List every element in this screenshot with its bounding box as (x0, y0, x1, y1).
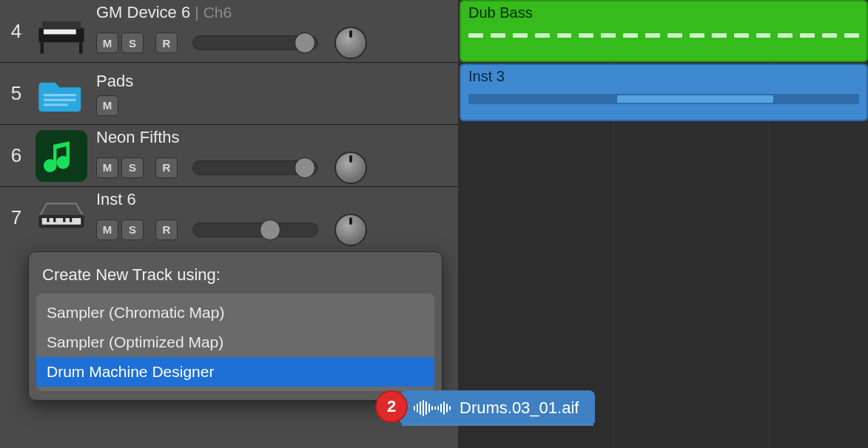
track-info: Inst 6MSR (90, 190, 458, 246)
volume-slider[interactable] (192, 160, 318, 175)
msr-group: MSR (96, 220, 178, 240)
solo-button[interactable]: S (121, 220, 144, 240)
svg-rect-2 (41, 42, 44, 53)
svg-rect-5 (44, 94, 76, 96)
track-name[interactable]: Inst 6 (96, 190, 458, 209)
keys-icon[interactable] (36, 192, 87, 244)
track-number: 5 (0, 82, 33, 105)
mute-button[interactable]: M (96, 95, 118, 116)
record-button[interactable]: R (155, 157, 178, 178)
drag-count-badge: 2 (375, 390, 408, 423)
track-name[interactable]: Pads (96, 72, 458, 91)
popup-options-list: Sampler (Chromatic Map)Sampler (Optimize… (36, 293, 434, 391)
svg-rect-12 (53, 218, 55, 222)
record-button[interactable]: R (155, 220, 178, 240)
drag-file-label: Drums.03_01.aif (400, 390, 595, 423)
timeline-area[interactable]: Dub BassInst 3 (458, 0, 868, 448)
separator: | (195, 4, 198, 21)
drag-file-chip[interactable]: 2 Drums.03_01.aif (375, 390, 595, 423)
svg-rect-3 (79, 42, 82, 53)
svg-rect-14 (70, 218, 72, 222)
region[interactable]: Inst 3 (460, 64, 868, 121)
waveform-icon (414, 400, 451, 416)
midi-notes (468, 94, 859, 104)
folder-icon[interactable] (36, 68, 87, 120)
msr-group: MSR (96, 33, 178, 53)
svg-rect-8 (36, 130, 87, 182)
region-label: Inst 3 (468, 68, 859, 85)
svg-rect-7 (44, 103, 68, 106)
create-track-popup: Create New Track using: Sampler (Chromat… (28, 251, 443, 401)
track-row[interactable]: 7Inst 6MSR (0, 186, 458, 248)
track-row[interactable]: 6Neon FifthsMSR (0, 124, 458, 186)
volume-thumb[interactable] (295, 157, 315, 178)
track-name-label: Pads (96, 72, 133, 91)
svg-rect-1 (42, 21, 81, 30)
pan-knob[interactable] (334, 214, 367, 246)
track-info: GM Device 6|Ch6MSR (90, 3, 458, 59)
popup-item[interactable]: Drum Machine Designer (36, 357, 434, 387)
track-controls: MSR (96, 152, 458, 184)
pan-knob[interactable] (334, 152, 367, 184)
track-name-label: GM Device 6 (96, 3, 190, 22)
volume-slider[interactable] (192, 223, 318, 237)
svg-rect-4 (44, 30, 76, 35)
track-number: 6 (0, 144, 33, 167)
svg-rect-13 (63, 218, 65, 222)
popup-item[interactable]: Sampler (Optimized Map) (36, 327, 434, 357)
track-name[interactable]: GM Device 6|Ch6 (96, 3, 458, 22)
record-button[interactable]: R (155, 33, 178, 53)
msr-group: M (96, 95, 118, 116)
mute-button[interactable]: M (96, 157, 118, 178)
volume-slider[interactable] (192, 35, 318, 50)
mute-button[interactable]: M (96, 220, 118, 240)
solo-button[interactable]: S (121, 157, 144, 178)
region-label: Dub Bass (468, 4, 859, 21)
track-name-label: Inst 6 (96, 190, 136, 209)
svg-rect-11 (47, 218, 49, 222)
mute-button[interactable]: M (96, 33, 118, 53)
svg-rect-6 (44, 98, 76, 101)
track-info: Neon FifthsMSR (90, 128, 458, 184)
track-number: 4 (0, 20, 33, 43)
track-row[interactable]: 5PadsM (0, 62, 458, 124)
region[interactable]: Dub Bass (460, 0, 868, 62)
track-channel-label: Ch6 (203, 4, 232, 21)
popup-item[interactable]: Sampler (Chromatic Map) (36, 298, 434, 327)
midi-notes (468, 33, 859, 38)
track-number: 7 (0, 206, 33, 229)
volume-thumb[interactable] (260, 220, 280, 240)
note-icon[interactable] (36, 130, 87, 182)
track-controls: MSR (96, 27, 458, 59)
track-row[interactable]: 4GM Device 6|Ch6MSR (0, 0, 458, 62)
piano-icon[interactable] (36, 5, 87, 57)
popup-title: Create New Track using: (29, 265, 442, 293)
track-controls: MSR (96, 214, 458, 246)
volume-thumb[interactable] (295, 33, 315, 53)
track-controls: M (96, 95, 458, 116)
msr-group: MSR (96, 157, 178, 178)
daw-window: 4GM Device 6|Ch6MSR5PadsM6Neon FifthsMSR… (0, 0, 868, 448)
solo-button[interactable]: S (121, 33, 144, 53)
track-name-label: Neon Fifths (96, 128, 180, 147)
track-info: PadsM (90, 72, 458, 116)
drag-filename: Drums.03_01.aif (460, 398, 579, 418)
pan-knob[interactable] (334, 27, 367, 59)
track-name[interactable]: Neon Fifths (96, 128, 458, 147)
